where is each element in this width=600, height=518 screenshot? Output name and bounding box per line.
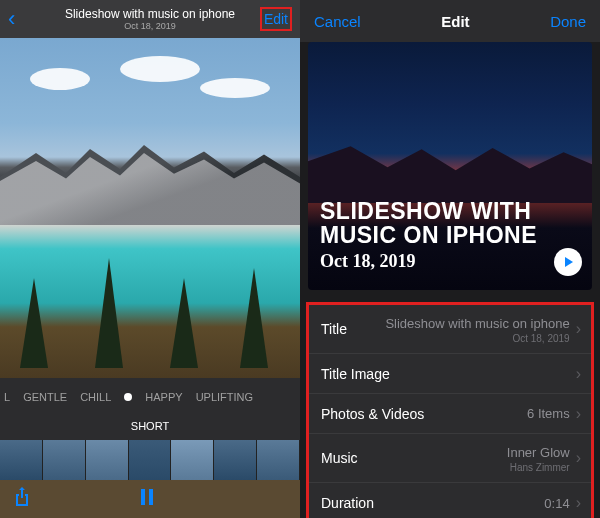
- row-value: 0:14: [544, 496, 569, 511]
- thumbnail[interactable]: [214, 440, 257, 480]
- edit-header-title: Edit: [441, 13, 469, 30]
- row-label: Music: [321, 450, 358, 466]
- thumbnail[interactable]: [257, 440, 300, 480]
- done-button[interactable]: Done: [550, 13, 586, 30]
- mood-option[interactable]: CHILL: [80, 391, 111, 403]
- row-subvalue: Hans Zimmer: [507, 462, 570, 473]
- svg-rect-1: [149, 489, 153, 505]
- row-label: Photos & Videos: [321, 406, 424, 422]
- cancel-button[interactable]: Cancel: [314, 13, 361, 30]
- hero-title: SLIDESHOW WITH MUSIC ON IPHONE: [320, 199, 552, 247]
- row-title[interactable]: Title Slideshow with music on iphone Oct…: [309, 305, 591, 354]
- thumbnail[interactable]: [0, 440, 43, 480]
- row-photos-videos[interactable]: Photos & Videos 6 Items ›: [309, 394, 591, 434]
- row-label: Title: [321, 321, 347, 337]
- row-value: Slideshow with music on iphone: [385, 316, 569, 331]
- thumbnail-strip[interactable]: [0, 440, 300, 480]
- share-icon[interactable]: [14, 487, 30, 512]
- memory-edit-screen: Cancel Edit Done SLIDESHOW WITH MUSIC ON…: [300, 0, 600, 518]
- edit-highlight-box: Edit: [260, 7, 292, 31]
- mood-option[interactable]: HAPPY: [145, 391, 182, 403]
- row-label: Title Image: [321, 366, 390, 382]
- thumbnail[interactable]: [43, 440, 86, 480]
- chevron-right-icon: ›: [576, 405, 581, 423]
- thumbnail[interactable]: [86, 440, 129, 480]
- length-label[interactable]: SHORT: [0, 416, 300, 440]
- mood-indicator-dot: [124, 393, 132, 401]
- edit-settings-list: Title Slideshow with music on iphone Oct…: [306, 302, 594, 518]
- mood-option[interactable]: UPLIFTING: [196, 391, 253, 403]
- back-chevron-icon[interactable]: ‹: [8, 8, 15, 30]
- player-header: ‹ Slideshow with music on iphone Oct 18,…: [0, 0, 300, 38]
- edit-button[interactable]: Edit: [264, 11, 288, 27]
- row-value: Inner Glow: [507, 445, 570, 460]
- chevron-right-icon: ›: [576, 365, 581, 383]
- mood-option[interactable]: GENTLE: [23, 391, 67, 403]
- chevron-right-icon: ›: [576, 320, 581, 338]
- edit-header: Cancel Edit Done: [300, 0, 600, 42]
- svg-rect-0: [141, 489, 145, 505]
- row-subvalue: Oct 18, 2019: [385, 333, 569, 344]
- row-value: 6 Items: [527, 406, 570, 421]
- player-bottom-bar: [0, 480, 300, 518]
- row-music[interactable]: Music Inner Glow Hans Zimmer ›: [309, 434, 591, 483]
- mood-selector: L GENTLE CHILL HAPPY UPLIFTING: [0, 378, 300, 416]
- memory-hero-image: SLIDESHOW WITH MUSIC ON IPHONE Oct 18, 2…: [308, 42, 592, 290]
- thumbnail[interactable]: [171, 440, 214, 480]
- memory-preview-image[interactable]: [0, 38, 300, 378]
- row-duration[interactable]: Duration 0:14 ›: [309, 483, 591, 518]
- row-label: Duration: [321, 495, 374, 511]
- player-subtitle: Oct 18, 2019: [0, 21, 300, 31]
- mood-option[interactable]: L: [4, 391, 10, 403]
- player-title: Slideshow with music on iphone: [0, 7, 300, 21]
- pause-icon[interactable]: [140, 489, 154, 510]
- hero-date: Oct 18, 2019: [320, 251, 552, 272]
- thumbnail[interactable]: [129, 440, 172, 480]
- memory-player-screen: ‹ Slideshow with music on iphone Oct 18,…: [0, 0, 300, 518]
- play-button-icon[interactable]: [554, 248, 582, 276]
- row-title-image[interactable]: Title Image ›: [309, 354, 591, 394]
- chevron-right-icon: ›: [576, 494, 581, 512]
- chevron-right-icon: ›: [576, 449, 581, 467]
